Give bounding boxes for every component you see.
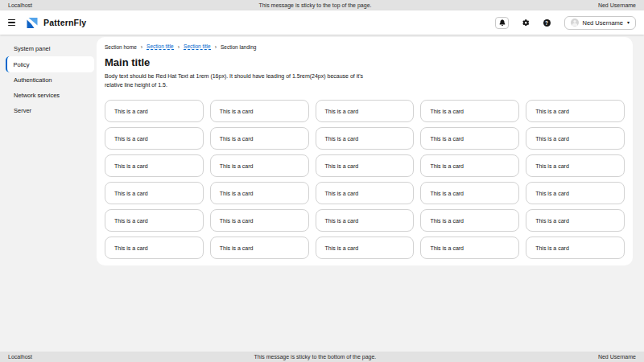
card: This is a card xyxy=(420,237,519,259)
nav-toggle-hamburger-icon[interactable] xyxy=(8,18,15,27)
card: This is a card xyxy=(316,100,415,122)
sidebar-nav: System panelPolicyAuthenticationNetwork … xyxy=(0,35,97,352)
sidebar-item-system-panel[interactable]: System panel xyxy=(0,41,97,56)
breadcrumb-item[interactable]: Section title xyxy=(184,43,211,50)
card: This is a card xyxy=(105,100,204,122)
card: This is a card xyxy=(526,127,625,150)
card: This is a card xyxy=(526,209,625,232)
card: This is a card xyxy=(316,182,415,204)
card: This is a card xyxy=(210,237,309,259)
banner-right-text: Ned Username xyxy=(598,354,636,360)
banner-left-text: Localhost xyxy=(8,354,32,360)
card: This is a card xyxy=(316,237,415,259)
card: This is a card xyxy=(105,127,204,150)
gear-icon xyxy=(522,19,530,27)
chevron-down-icon: ▾ xyxy=(627,20,630,25)
bell-icon xyxy=(499,19,506,26)
breadcrumb-separator-icon: › xyxy=(215,44,217,50)
card: This is a card xyxy=(526,100,625,122)
card: This is a card xyxy=(316,127,415,150)
help-button[interactable]: ? xyxy=(543,19,551,27)
card: This is a card xyxy=(526,154,625,177)
card: This is a card xyxy=(105,209,204,232)
banner-right-text: Ned Username xyxy=(598,2,636,8)
page-body: System panelPolicyAuthenticationNetwork … xyxy=(0,35,644,352)
card: This is a card xyxy=(210,209,309,232)
sidebar-item-network-services[interactable]: Network services xyxy=(0,88,97,103)
card: This is a card xyxy=(420,182,519,204)
card-grid: This is a cardThis is a cardThis is a ca… xyxy=(105,100,625,259)
card: This is a card xyxy=(420,100,519,122)
main-content-panel: Section home›Section title›Section title… xyxy=(97,37,633,265)
card: This is a card xyxy=(210,154,309,177)
card: This is a card xyxy=(420,127,519,150)
card: This is a card xyxy=(420,154,519,177)
avatar xyxy=(571,19,579,27)
brand-name: PatternFly xyxy=(43,18,86,27)
banner-center-text: This message is sticky to the top of the… xyxy=(258,2,371,8)
sidebar-item-server[interactable]: Server xyxy=(0,103,97,118)
patternfly-logo-icon xyxy=(26,17,39,29)
card: This is a card xyxy=(105,237,204,259)
body-text: Body text should be Red Hat Text at 1rem… xyxy=(105,72,370,89)
breadcrumb-item: Section landing xyxy=(221,44,256,50)
masthead: PatternFly ? xyxy=(0,10,644,35)
breadcrumb-item[interactable]: Section title xyxy=(147,43,174,50)
breadcrumb-separator-icon: › xyxy=(141,44,142,50)
sidebar-item-authentication[interactable]: Authentication xyxy=(0,72,97,88)
card: This is a card xyxy=(316,154,415,177)
bottom-sticky-banner: Localhost This message is sticky to the … xyxy=(0,352,644,362)
notifications-button[interactable] xyxy=(495,17,509,29)
card: This is a card xyxy=(420,209,519,232)
breadcrumb-item: Section home xyxy=(105,44,137,50)
content-area: Section home›Section title›Section title… xyxy=(97,35,644,352)
sidebar-item-policy[interactable]: Policy xyxy=(6,56,94,72)
question-circle-icon: ? xyxy=(543,19,551,27)
brand: PatternFly xyxy=(26,17,86,29)
card: This is a card xyxy=(210,100,309,122)
card: This is a card xyxy=(210,127,309,150)
card: This is a card xyxy=(526,237,625,259)
card: This is a card xyxy=(316,209,415,232)
settings-button[interactable] xyxy=(522,19,530,27)
user-menu-dropdown[interactable]: Ned Username ▾ xyxy=(564,16,636,30)
breadcrumb-separator-icon: › xyxy=(178,44,180,50)
card: This is a card xyxy=(210,182,309,204)
breadcrumb: Section home›Section title›Section title… xyxy=(105,43,625,50)
card: This is a card xyxy=(105,182,204,204)
banner-center-text: This message is sticky to the bottom of … xyxy=(254,354,377,360)
card: This is a card xyxy=(526,182,625,204)
page-title: Main title xyxy=(105,56,625,68)
user-name: Ned Username xyxy=(583,19,623,27)
banner-left-text: Localhost xyxy=(8,2,32,8)
top-sticky-banner: Localhost This message is sticky to the … xyxy=(0,0,644,10)
card: This is a card xyxy=(105,154,204,177)
